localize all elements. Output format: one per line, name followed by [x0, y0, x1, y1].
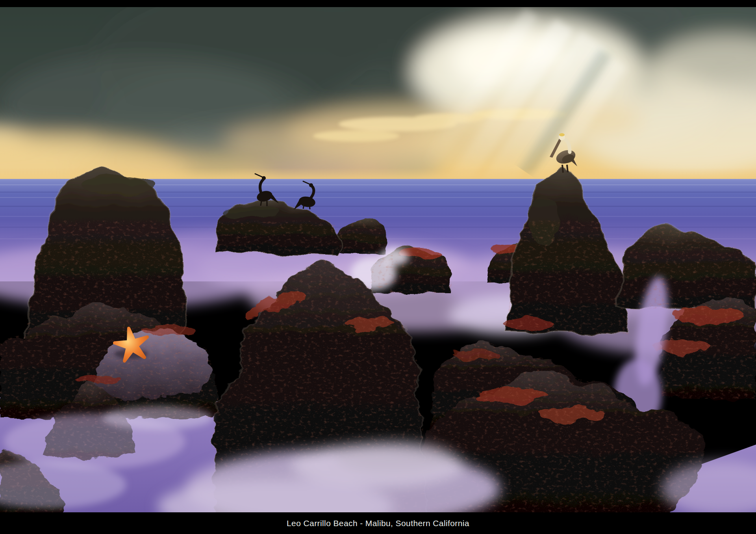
beach-photo: [0, 0, 756, 534]
caption-bar: Leo Carrillo Beach - Malibu, Southern Ca…: [0, 512, 756, 534]
photo-caption: Leo Carrillo Beach - Malibu, Southern Ca…: [287, 519, 469, 528]
framed-photograph: Leo Carrillo Beach - Malibu, Southern Ca…: [0, 0, 756, 534]
top-border: [0, 0, 756, 7]
